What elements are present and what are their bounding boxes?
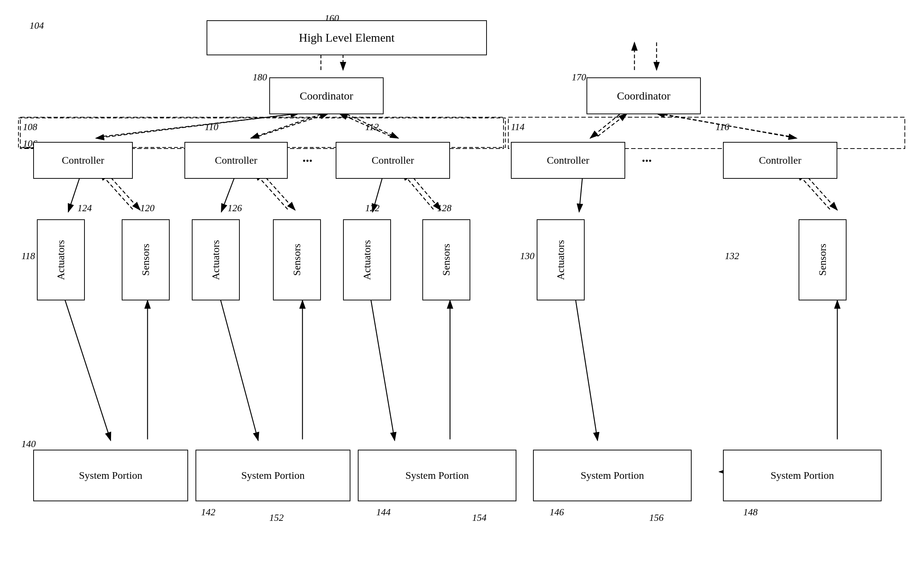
diagram: 104 160 High Level Element 180 Coordinat… <box>0 0 924 561</box>
actuators-124-label: Actuators <box>210 240 222 280</box>
controller-110-label: Controller <box>214 154 257 166</box>
coordinator-right-box: Coordinator <box>586 78 701 114</box>
controller-114-box: Controller <box>511 142 625 179</box>
ref-104: 104 <box>30 20 44 31</box>
ref-114: 114 <box>511 122 525 133</box>
svg-line-33 <box>220 299 258 440</box>
ellipsis-left: ··· <box>303 153 312 168</box>
ellipsis-right: ··· <box>642 153 652 168</box>
svg-line-37 <box>575 299 597 440</box>
sensors-126-box: Sensors <box>273 219 321 301</box>
system-portion-140-box: System Portion <box>33 450 188 501</box>
ref-116: 116 <box>716 122 729 133</box>
svg-line-10 <box>103 114 299 136</box>
ref-120: 120 <box>140 203 154 214</box>
system-portion-142-label: System Portion <box>241 470 304 482</box>
sensors-128-label: Sensors <box>440 244 452 276</box>
system-portion-142-box: System Portion <box>195 450 350 501</box>
ref-148: 148 <box>743 507 758 518</box>
svg-line-15 <box>590 114 620 138</box>
svg-line-11 <box>251 114 321 138</box>
system-portion-146-label: System Portion <box>580 470 644 482</box>
controller-112-box: Controller <box>336 142 450 179</box>
actuators-122-label: Actuators <box>361 240 373 280</box>
coordinator-right-label: Coordinator <box>617 90 670 102</box>
system-portion-148-box: System Portion <box>723 450 882 501</box>
ref-128: 128 <box>437 203 452 214</box>
high-level-element-box: High Level Element <box>207 20 487 55</box>
ref-180: 180 <box>253 72 267 83</box>
svg-line-28 <box>579 173 583 212</box>
svg-line-12 <box>258 114 328 136</box>
system-portion-144-box: System Portion <box>358 450 516 501</box>
ref-154: 154 <box>472 512 486 524</box>
svg-line-20 <box>107 173 140 210</box>
actuators-122-box: Actuators <box>343 219 391 301</box>
ref-140: 140 <box>21 438 36 450</box>
actuators-130-label: Actuators <box>555 240 567 280</box>
controller-112-label: Controller <box>372 154 414 166</box>
sensors-128-box: Sensors <box>422 219 470 301</box>
ref-142: 142 <box>201 507 215 518</box>
ref-124: 124 <box>78 203 92 214</box>
controller-116-label: Controller <box>759 154 801 166</box>
ref-152: 152 <box>269 512 284 524</box>
ref-146: 146 <box>550 507 564 518</box>
ref-108: 108 <box>23 122 37 133</box>
ref-118: 118 <box>21 251 35 262</box>
controller-108-box: Controller <box>33 142 133 179</box>
ref-122: 122 <box>365 203 380 214</box>
ref-144: 144 <box>376 507 391 518</box>
sensors-120-label: Sensors <box>140 244 152 276</box>
ref-170: 170 <box>572 72 586 83</box>
system-portion-140-label: System Portion <box>79 470 142 482</box>
ref-132: 132 <box>725 251 739 262</box>
ref-112: 112 <box>365 122 379 133</box>
actuators-118-label: Actuators <box>55 240 67 280</box>
svg-line-35 <box>371 299 394 440</box>
svg-line-17 <box>664 114 797 138</box>
svg-line-23 <box>262 173 295 210</box>
system-portion-146-box: System Portion <box>533 450 692 501</box>
svg-line-31 <box>64 299 111 440</box>
controller-114-label: Controller <box>547 154 589 166</box>
svg-line-29 <box>804 173 837 210</box>
controller-108-label: Controller <box>62 154 104 166</box>
system-portion-148-label: System Portion <box>771 470 834 482</box>
actuators-118-box: Actuators <box>37 219 85 301</box>
coordinator-left-box: Coordinator <box>269 78 384 114</box>
sensors-126-label: Sensors <box>291 244 303 276</box>
ref-130: 130 <box>520 251 534 262</box>
sensors-132-label: Sensors <box>817 244 828 276</box>
actuators-130-box: Actuators <box>537 219 585 301</box>
svg-line-16 <box>597 114 627 136</box>
high-level-element-label: High Level Element <box>299 31 394 45</box>
svg-line-9 <box>96 114 291 138</box>
controller-110-box: Controller <box>184 142 288 179</box>
coordinator-left-label: Coordinator <box>300 90 353 102</box>
svg-line-26 <box>410 173 441 210</box>
ref-110: 110 <box>205 122 218 133</box>
ref-126: 126 <box>228 203 242 214</box>
actuators-124-box: Actuators <box>192 219 240 301</box>
sensors-120-box: Sensors <box>122 219 170 301</box>
ref-156: 156 <box>649 512 664 524</box>
system-portion-144-label: System Portion <box>405 470 469 482</box>
sensors-132-box: Sensors <box>799 219 846 301</box>
controller-116-box: Controller <box>723 142 837 179</box>
